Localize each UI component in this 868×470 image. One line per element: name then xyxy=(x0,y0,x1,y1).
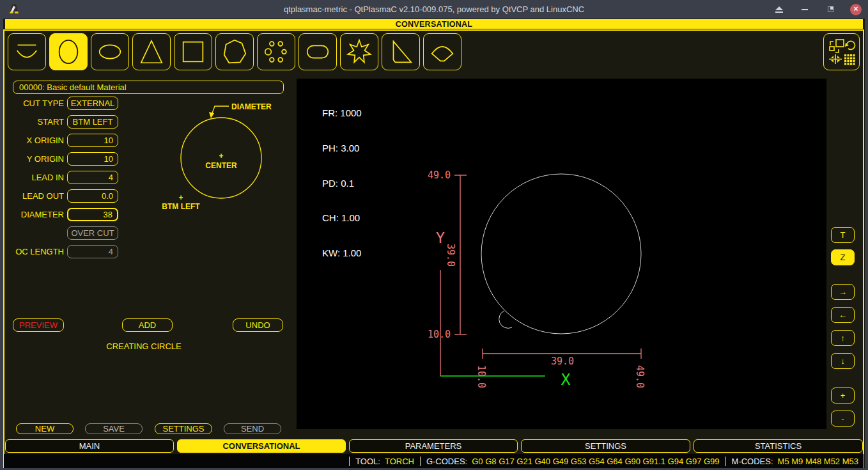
circle-icon xyxy=(54,37,83,67)
gusset-icon xyxy=(386,37,415,67)
mcodes-label: M-CODES: xyxy=(732,457,773,466)
restore-button[interactable] xyxy=(825,4,836,15)
dim-y-max: 49.0 xyxy=(428,169,451,181)
frame-right xyxy=(865,19,868,468)
y-origin-label: Y ORIGIN xyxy=(5,152,64,166)
restore-icon xyxy=(828,6,833,12)
triangle-icon xyxy=(137,37,166,67)
qtplasmac-window: qtplasmac-metric - QtPlasmaC v2.10-009.0… xyxy=(0,0,868,470)
shape-circle-button[interactable] xyxy=(49,33,88,70)
line-icon xyxy=(12,37,42,67)
z-view-button[interactable]: Z xyxy=(831,249,855,265)
conversational-status-text: CREATING CIRCLE xyxy=(13,341,275,351)
status-bar: TOOL: TORCH G-CODES: G0 G8 G17 G21 G40 G… xyxy=(4,454,864,468)
transform-tools-icon xyxy=(827,37,856,67)
lead-out-label: LEAD OUT xyxy=(5,189,64,203)
diameter-input[interactable]: 38 xyxy=(67,208,118,221)
shape-polygon-button[interactable] xyxy=(215,33,254,70)
minimize-button[interactable] xyxy=(799,4,810,15)
shape-sector-button[interactable] xyxy=(423,33,461,70)
x-origin-input[interactable]: 10 xyxy=(67,134,118,147)
tool-label: TOOL: xyxy=(355,457,380,466)
circle-diagram: DIAMETER + CENTER + BTM LEFT xyxy=(141,96,294,217)
material-select[interactable]: 00000: Basic default Material xyxy=(13,81,284,94)
dim-y-min: 10.0 xyxy=(428,329,451,340)
x-origin-label: X ORIGIN xyxy=(5,134,64,147)
circle-cut-path xyxy=(481,174,641,334)
start-select[interactable]: BTM LEFT xyxy=(67,115,118,129)
gcodes-label: G-CODES: xyxy=(426,457,467,466)
oc-length-input[interactable]: 4 xyxy=(67,245,118,258)
pan-right-button[interactable]: → xyxy=(831,284,855,300)
settings-button[interactable]: SETTINGS xyxy=(155,423,212,434)
lead-in-input[interactable]: 4 xyxy=(67,171,118,184)
btm-left-callout: BTM LEFT xyxy=(162,202,200,211)
shape-ellipse-button[interactable] xyxy=(91,33,129,70)
tab-main[interactable]: MAIN xyxy=(5,439,174,453)
gcode-preview[interactable]: FR: 1000 PH: 3.00 PD: 0.1 CH: 1.00 KW: 1… xyxy=(297,79,826,429)
over-cut-button[interactable]: OVER CUT xyxy=(67,226,118,240)
tool-value: TORCH xyxy=(385,457,414,466)
zoom-out-button[interactable]: - xyxy=(831,411,855,427)
gcodes-value: G0 G8 G17 G21 G40 G49 G53 G54 G64 G90 G9… xyxy=(472,457,719,466)
lead-in-label: LEAD IN xyxy=(5,171,64,184)
tab-parameters[interactable]: PARAMETERS xyxy=(349,439,518,453)
send-button[interactable]: SEND xyxy=(224,423,281,434)
window-title: qtplasmac-metric - QtPlasmaC v2.10-009.0… xyxy=(0,4,868,14)
start-label: START xyxy=(5,115,64,129)
rectangle-icon xyxy=(178,37,208,67)
center-callout: CENTER xyxy=(205,161,237,170)
shape-star-button[interactable] xyxy=(340,33,378,70)
lead-in-path xyxy=(499,311,512,328)
eject-icon xyxy=(775,6,783,10)
save-button[interactable]: SAVE xyxy=(85,423,143,434)
title-bar: qtplasmac-metric - QtPlasmaC v2.10-009.0… xyxy=(0,0,868,19)
oc-length-label: OC LENGTH xyxy=(5,245,64,258)
undo-button[interactable]: UNDO xyxy=(233,318,283,332)
tab-conversational[interactable]: CONVERSATIONAL xyxy=(177,439,346,453)
diameter-label: DIAMETER xyxy=(5,208,64,221)
shape-rectangle-button[interactable] xyxy=(174,33,212,70)
dim-x-min: 10.0 xyxy=(476,365,487,388)
new-button[interactable]: NEW xyxy=(16,423,74,434)
add-button[interactable]: ADD xyxy=(122,318,173,332)
preview-button[interactable]: PREVIEW xyxy=(13,318,64,332)
pan-down-button[interactable]: ↓ xyxy=(831,353,855,369)
pan-left-button[interactable]: ← xyxy=(831,307,855,323)
minimize-icon xyxy=(802,9,808,10)
lead-out-input[interactable]: 0.0 xyxy=(67,189,118,203)
bolt-circle-icon xyxy=(261,37,291,67)
pan-up-button[interactable]: ↑ xyxy=(831,330,855,346)
transform-tools-button[interactable] xyxy=(823,33,860,70)
dim-height: 39.0 xyxy=(445,244,456,267)
ellipse-icon xyxy=(95,37,125,67)
y-axis-label: Y xyxy=(436,230,445,246)
shape-gusset-button[interactable] xyxy=(382,33,420,70)
x-axis-label: X xyxy=(561,370,570,389)
tab-settings[interactable]: SETTINGS xyxy=(521,439,690,453)
dim-width: 39.0 xyxy=(551,356,574,367)
shape-triangle-button[interactable] xyxy=(132,33,171,70)
center-mark: + xyxy=(219,152,223,161)
mcodes-value: M5 M9 M48 M52 M53 xyxy=(778,457,858,466)
mode-banner: CONVERSATIONAL xyxy=(5,19,863,29)
diameter-callout: DIAMETER xyxy=(231,102,272,111)
zoom-in-button[interactable]: + xyxy=(831,388,855,403)
shape-bolt-circle-button[interactable] xyxy=(257,33,295,70)
btm-left-mark: + xyxy=(178,193,183,202)
polygon-icon xyxy=(220,37,249,67)
preview-plot: 49.0 10.0 39.0 39.0 10.0 49.0 Y X xyxy=(297,79,826,429)
close-button[interactable]: × xyxy=(850,4,862,15)
tab-statistics[interactable]: STATISTICS xyxy=(694,439,863,453)
cut-type-label: CUT TYPE xyxy=(5,97,64,110)
slot-icon xyxy=(303,37,332,67)
y-origin-input[interactable]: 10 xyxy=(67,152,118,166)
top-view-button[interactable]: T xyxy=(831,227,855,243)
shade-button[interactable] xyxy=(773,4,785,15)
star-icon xyxy=(345,37,374,67)
shape-slot-button[interactable] xyxy=(298,33,337,70)
sector-icon xyxy=(428,37,457,67)
shape-line-button[interactable] xyxy=(8,33,46,70)
cut-type-select[interactable]: EXTERNAL xyxy=(67,97,118,110)
dim-x-max: 49.0 xyxy=(634,365,646,388)
